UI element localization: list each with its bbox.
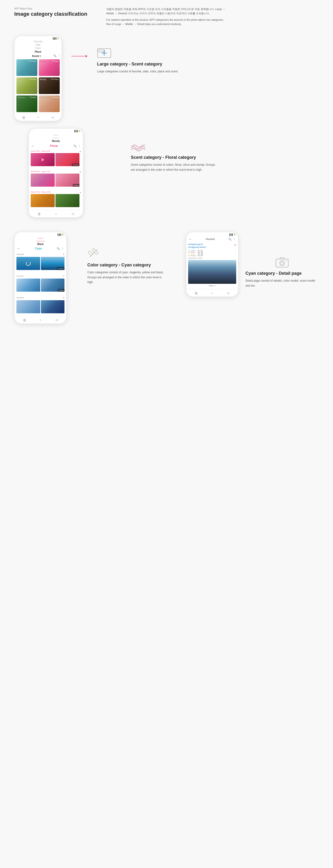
category-floral[interactable]: Floral 5 Groups — [39, 59, 60, 76]
woody-count: 18 Groups — [51, 78, 59, 80]
color-nav-black[interactable]: Black — [37, 243, 44, 245]
large-cat-title: Large category - Scent category — [97, 62, 178, 67]
floral-nav-woody[interactable]: Woody — [52, 140, 60, 143]
app-flow-label: APP Main Flow — [14, 7, 87, 10]
back-arrow-icon-3[interactable]: ← — [189, 237, 192, 241]
phone-scent-row: Scent ∨ 🔍 ⋮ — [14, 54, 62, 58]
heart-icon-6[interactable]: ♥ — [63, 296, 64, 299]
color-nav-yellow[interactable]: Yellow — [37, 237, 43, 240]
home-icon[interactable]: ||| — [23, 116, 25, 119]
search-icon-4[interactable]: 🔍 — [228, 238, 232, 241]
nav-color[interactable]: Color — [35, 46, 41, 50]
cyan-img-5[interactable] — [16, 300, 40, 313]
category-citrus[interactable]: Citrus 4 Groups — [16, 78, 37, 94]
detail-meta-values: 61 / 61 20 / 50 10 / 28 50 / 50 — [198, 250, 203, 256]
detail-meta-labels: C / Cotton M / Floral Y / Stone K / Wood… — [188, 250, 196, 256]
floral-group-2-images: 3 More — [31, 174, 79, 187]
search-icon-3[interactable]: 🔍 — [57, 247, 60, 250]
woody-label: Woody — [40, 78, 46, 81]
heart-icon-1[interactable]: ♥ — [79, 150, 81, 153]
search-icon[interactable]: 🔍 — [53, 54, 57, 57]
back-arrow-icon[interactable]: ← — [31, 144, 34, 148]
signal-icon: ▐▐▐ 🔋 — [52, 37, 59, 39]
wave-icon — [131, 143, 217, 153]
scent-floral-desc: Scent categories consist of cotton, flor… — [131, 162, 217, 172]
top-section: ▐▐▐ 🔋 Favorite Date Color Place Scent ∨ — [0, 31, 333, 124]
heart-icon-5[interactable]: ♥ — [63, 274, 64, 278]
home-icon-3[interactable]: ||| — [23, 318, 26, 322]
heart-icon-3[interactable]: ♥ — [79, 191, 81, 194]
more-icon-3[interactable]: ⋮ — [233, 238, 236, 241]
header-section: APP Main Flow Image category classificat… — [0, 0, 333, 31]
back-icon-3[interactable]: ◁ — [56, 318, 58, 322]
detail-content: Gangneung-Si,Songjeong beach ♥ C / Cotto… — [186, 242, 238, 289]
color-nav-magenta[interactable]: Magenta — [36, 240, 44, 242]
circle-icon[interactable]: ○ — [37, 116, 39, 119]
more-icon-2[interactable]: ⋮ — [61, 247, 64, 250]
phone-bottom-bar: ||| ○ ◁ — [14, 114, 62, 121]
cyan-img-3[interactable] — [16, 279, 40, 291]
category-mix1[interactable]: Mixture 1 2 Groups — [16, 95, 37, 112]
phone-icons: 🔍 ⋮ — [53, 54, 61, 57]
floral-img-5[interactable] — [31, 194, 55, 207]
cyan-img-1[interactable] — [16, 257, 40, 270]
floral-group-2-header: Floral 28% · Cyan 14% ♥ — [31, 170, 81, 173]
back-icon-4[interactable]: ◁ — [227, 291, 229, 295]
more-badge-1: 19 More — [72, 163, 79, 166]
heart-icon-4[interactable]: ♥ — [63, 253, 64, 256]
cyan-group-2-images: 9 More — [16, 279, 64, 291]
more-badge-cyan-1: 16 More — [57, 267, 64, 270]
page-wrapper: APP Main Flow Image category classificat… — [0, 0, 333, 326]
home-icon-4[interactable]: ||| — [195, 291, 197, 295]
circle-icon-2[interactable]: ○ — [55, 212, 57, 215]
nav-place[interactable]: Place — [35, 50, 42, 53]
cyan-group-2-header: #91c4bc ♥ — [16, 274, 64, 278]
more-icon[interactable]: ⋮ — [78, 145, 80, 148]
heart-icon-detail[interactable]: ♥ — [234, 243, 236, 247]
chevron-down-icon[interactable]: ∨ — [40, 55, 41, 57]
signal-icon-3: ▐▐▐ 🔋 — [57, 234, 64, 236]
cyan-img-6[interactable] — [41, 300, 65, 313]
back-icon-2[interactable]: ◁ — [72, 212, 74, 215]
detail-phone: ▐▐▐ 🔋 ← #6aa6a6 🔍 ⋮ Gangneung-Si,Songje — [186, 232, 238, 297]
floral-nav-title: Floral — [50, 144, 58, 148]
category-cotton[interactable]: Cotton 12 Groups — [16, 59, 37, 76]
nav-scent-label[interactable]: Scent — [32, 55, 39, 57]
back-arrow-icon-2[interactable]: ← — [17, 247, 20, 250]
svg-point-11 — [286, 260, 287, 261]
home-icon-2[interactable]: ||| — [38, 212, 40, 215]
back-icon[interactable]: ◁ — [52, 116, 54, 119]
floral-img-6[interactable] — [56, 194, 79, 207]
folder-icon — [97, 45, 178, 59]
camera-icon-box — [245, 256, 319, 269]
color-nav: Yellow Magenta Black — [14, 236, 66, 246]
floral-img-1[interactable] — [31, 153, 55, 166]
heart-icon-2[interactable]: ♥ — [79, 170, 81, 174]
search-icon-2[interactable]: 🔍 — [73, 145, 76, 148]
nav-date[interactable]: Date — [35, 43, 40, 46]
category-mix2[interactable]: Mixture 2 1 Group — [39, 95, 60, 112]
floral-group-1-images: 19 More — [31, 153, 79, 166]
floral-img-3[interactable] — [31, 174, 55, 187]
color-cat-panel: Color category - Cyan category Color cat… — [87, 232, 165, 284]
nav-favorite[interactable]: Favorite — [34, 40, 42, 43]
color-cat-desc: Color categories consist of cyan, magent… — [87, 270, 165, 284]
floral-nav-cotton[interactable]: Cotton — [53, 137, 59, 139]
cotton-label: Cotton — [18, 60, 24, 62]
svg-point-10 — [281, 262, 283, 264]
menu-icon[interactable]: ⋮ — [58, 54, 61, 57]
cyan-group-2: #91c4bc ♥ 9 More — [14, 273, 66, 294]
detail-location: Gangneung-Si,Songjeong beach — [188, 243, 206, 249]
scent-floral-title: Scent category - Floral category — [131, 155, 217, 160]
detail-date: 2018.08.01 / 16:30 — [188, 257, 236, 259]
svg-rect-1 — [98, 50, 105, 52]
circle-icon-3[interactable]: ○ — [40, 318, 41, 322]
category-woody[interactable]: Woody 18 Groups — [39, 78, 60, 94]
cyan-phone-wrapper: ▐▐▐ 🔋 Yellow Magenta Black ← Cyan 🔍 ⋮ — [14, 232, 67, 324]
citrus-label: Citrus — [18, 78, 23, 81]
floral-nav-citrus[interactable]: Citrus — [53, 134, 59, 136]
circle-icon-4[interactable]: ○ — [211, 291, 213, 295]
cyan-group-3-header: #6aa6a6 ♥ — [16, 296, 64, 299]
floral-nav-row: ← Floral 🔍 ⋮ — [29, 143, 83, 149]
mix1-label: Mixture 1 — [18, 96, 26, 99]
